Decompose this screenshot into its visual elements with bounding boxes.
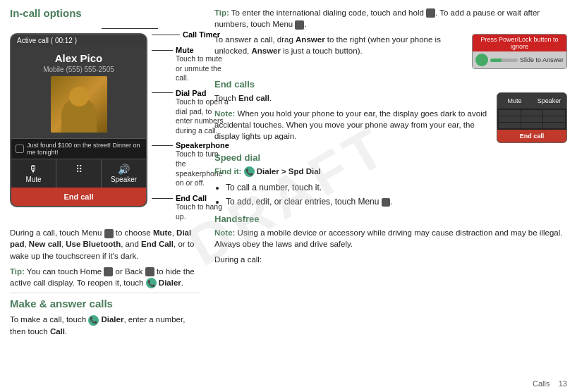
- left-section-title: In-call options: [10, 7, 200, 19]
- slide-to-answer-bar[interactable]: Slide to Answer: [473, 51, 566, 68]
- mute-annot-title: Mute: [173, 46, 194, 54]
- mini-grid-1: [499, 110, 521, 116]
- mini-phone-top-row: Mute Speaker: [497, 93, 566, 109]
- speed-dial-bullets: To call a number, touch it. To add, edit…: [226, 181, 567, 208]
- divider-1: [10, 293, 200, 293]
- mini-speaker-btn: Speaker: [532, 95, 566, 106]
- slide-answer-container: Press Power/Lock button to ignore Slide …: [472, 34, 567, 69]
- speed-dial-title: Speed dial: [214, 152, 567, 163]
- phone-ui: Active call ( 00:12 ) Alex Pico Mobile (…: [10, 23, 147, 207]
- find-it-text: Find it: Dialer > Spd Dial: [214, 166, 567, 177]
- back-icon: [145, 267, 154, 276]
- dialer-icon-2: [88, 315, 99, 326]
- handsfree-note: Note: Using a mobile device or accessory…: [214, 227, 567, 250]
- phone-notification: Just found $100 on the street! Dinner on…: [11, 138, 146, 159]
- bullet-2: To add, edit, or clear entries, touch Me…: [226, 195, 567, 208]
- note-label-2: Note:: [214, 228, 235, 237]
- mini-grid-2: [521, 110, 543, 116]
- find-it-label: Find it:: [214, 167, 241, 176]
- menu-icon-3: [382, 198, 390, 207]
- mini-dialpad: [497, 109, 566, 130]
- tip-label-1: Tip:: [10, 267, 25, 276]
- speaker-icon: 🔊: [103, 164, 145, 175]
- intl-icon: [426, 8, 435, 18]
- mini-mute-btn: Mute: [497, 95, 532, 106]
- mini-grid-3: [543, 110, 565, 116]
- tip-text: Tip: You can touch Home or Back to hide …: [10, 266, 200, 289]
- press-power-lock-label: Press Power/Lock button to ignore: [473, 35, 566, 51]
- mini-grid-9: [543, 123, 565, 128]
- slide-answer-label: Slide to Answer: [520, 56, 564, 63]
- mini-grid-6: [543, 116, 565, 122]
- mute-button[interactable]: 🎙 Mute: [11, 159, 56, 188]
- menu-icon-1: [104, 229, 114, 238]
- dialpad-button[interactable]: ⠿: [56, 159, 102, 188]
- menu-icon-2: [295, 20, 304, 30]
- handsfree-title: Handsfree: [214, 214, 567, 224]
- page-number: Calls 13: [533, 379, 567, 388]
- mini-grid-7: [499, 123, 521, 128]
- phone-screen: Active call ( 00:12 ) Alex Pico Mobile (…: [10, 33, 147, 207]
- page-container: In-call options Active call ( 00:12 ) Al…: [0, 0, 577, 392]
- mini-grid-4: [499, 116, 521, 122]
- note-label-1: Note:: [214, 109, 235, 118]
- mini-end-call-btn[interactable]: End call: [497, 130, 566, 142]
- dialer-icon-3: [244, 166, 255, 177]
- tip-label-2: Tip:: [214, 8, 229, 17]
- active-call-label: Active call ( 00:12 ): [17, 37, 77, 44]
- phone-top-bar: Active call ( 00:12 ): [11, 35, 146, 47]
- during-call-text: During a call, touch Menu to choose Mute…: [10, 227, 200, 261]
- speaker-button[interactable]: 🔊 Speaker: [102, 159, 146, 188]
- contact-number: Mobile (555) 555-2505: [14, 66, 143, 73]
- slide-knob: [475, 54, 488, 66]
- left-column: In-call options Active call ( 00:12 ) Al…: [10, 7, 207, 385]
- bullet-1: To call a number, touch it.: [226, 181, 567, 194]
- notif-text: Just found $100 on the street! Dinner on…: [27, 142, 142, 156]
- phone-contact-area: Alex Pico Mobile (555) 555-2505: [11, 47, 146, 138]
- dialpad-annot-title: Dial Pad: [173, 89, 206, 97]
- right-column: Tip: To enter the international dialing …: [207, 7, 567, 385]
- contact-avatar: [51, 76, 107, 133]
- end-calls-title: End calls: [214, 79, 567, 90]
- make-answer-title: Make & answer calls: [10, 298, 200, 310]
- end-call-annot-title: End Call: [173, 194, 207, 202]
- home-icon: [104, 267, 113, 276]
- make-call-text: To make a call, touch Dialer, enter a nu…: [10, 314, 200, 337]
- end-call-button[interactable]: End call: [11, 188, 146, 206]
- phone-buttons-row: 🎙 Mute ⠿ 🔊 Speaker: [11, 159, 146, 188]
- mini-grid-8: [521, 123, 543, 128]
- tip-international: Tip: To enter the international dialing …: [214, 7, 567, 30]
- dialer-icon-1: [146, 278, 157, 288]
- during-call-handsfree: During a call:: [214, 254, 567, 265]
- notif-checkbox: [16, 145, 24, 153]
- slide-track: [490, 59, 518, 62]
- mini-phone: Mute Speaker End call: [497, 92, 567, 143]
- dialpad-icon: ⠿: [58, 164, 99, 175]
- contact-name: Alex Pico: [14, 52, 143, 64]
- mute-icon: 🎙: [13, 164, 54, 175]
- mini-grid-5: [521, 116, 543, 122]
